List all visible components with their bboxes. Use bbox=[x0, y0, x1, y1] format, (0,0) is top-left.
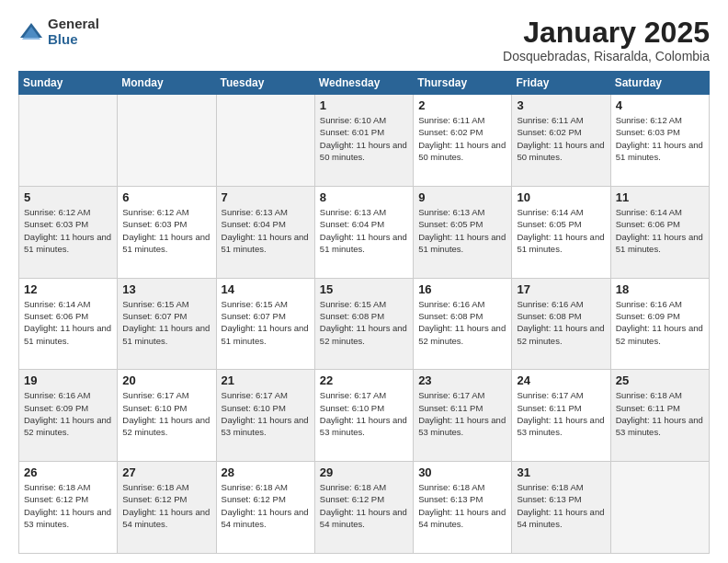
day-number: 26 bbox=[24, 465, 112, 479]
day-info: Sunrise: 6:16 AM Sunset: 6:09 PM Dayligh… bbox=[616, 298, 704, 347]
day-number: 25 bbox=[616, 373, 704, 387]
day-info: Sunrise: 6:18 AM Sunset: 6:12 PM Dayligh… bbox=[24, 481, 112, 530]
day-number: 1 bbox=[320, 98, 408, 112]
weekday-header: Monday bbox=[118, 72, 216, 95]
day-info: Sunrise: 6:16 AM Sunset: 6:08 PM Dayligh… bbox=[517, 298, 605, 347]
day-info: Sunrise: 6:18 AM Sunset: 6:12 PM Dayligh… bbox=[320, 481, 408, 530]
day-info: Sunrise: 6:17 AM Sunset: 6:11 PM Dayligh… bbox=[517, 389, 605, 438]
day-number: 6 bbox=[122, 190, 210, 204]
day-number: 18 bbox=[616, 282, 704, 296]
day-number: 9 bbox=[418, 190, 506, 204]
day-number: 10 bbox=[517, 190, 605, 204]
day-info: Sunrise: 6:12 AM Sunset: 6:03 PM Dayligh… bbox=[616, 114, 704, 163]
calendar-cell: 4Sunrise: 6:12 AM Sunset: 6:03 PM Daylig… bbox=[610, 95, 709, 187]
weekday-header: Thursday bbox=[414, 72, 512, 95]
day-info: Sunrise: 6:14 AM Sunset: 6:06 PM Dayligh… bbox=[616, 206, 704, 255]
day-info: Sunrise: 6:13 AM Sunset: 6:04 PM Dayligh… bbox=[222, 206, 310, 255]
weekday-header: Tuesday bbox=[216, 72, 314, 95]
calendar-cell: 2Sunrise: 6:11 AM Sunset: 6:02 PM Daylig… bbox=[414, 95, 512, 187]
calendar-cell: 15Sunrise: 6:15 AM Sunset: 6:08 PM Dayli… bbox=[314, 278, 413, 370]
calendar-cell: 1Sunrise: 6:10 AM Sunset: 6:01 PM Daylig… bbox=[314, 95, 413, 187]
weekday-header: Saturday bbox=[610, 72, 709, 95]
page: General Blue January 2025 Dosquebradas, … bbox=[0, 0, 728, 563]
calendar-cell: 22Sunrise: 6:17 AM Sunset: 6:10 PM Dayli… bbox=[314, 370, 413, 462]
calendar-table: SundayMondayTuesdayWednesdayThursdayFrid… bbox=[18, 71, 710, 554]
day-info: Sunrise: 6:10 AM Sunset: 6:01 PM Dayligh… bbox=[320, 114, 408, 163]
calendar-cell: 19Sunrise: 6:16 AM Sunset: 6:09 PM Dayli… bbox=[19, 370, 118, 462]
day-number: 7 bbox=[222, 190, 310, 204]
calendar-week-row: 1Sunrise: 6:10 AM Sunset: 6:01 PM Daylig… bbox=[19, 95, 710, 187]
calendar-cell: 29Sunrise: 6:18 AM Sunset: 6:12 PM Dayli… bbox=[314, 462, 413, 554]
day-info: Sunrise: 6:17 AM Sunset: 6:10 PM Dayligh… bbox=[222, 389, 310, 438]
calendar-cell: 31Sunrise: 6:18 AM Sunset: 6:13 PM Dayli… bbox=[512, 462, 610, 554]
day-number: 19 bbox=[24, 373, 112, 387]
calendar-cell: 11Sunrise: 6:14 AM Sunset: 6:06 PM Dayli… bbox=[610, 186, 709, 278]
day-info: Sunrise: 6:13 AM Sunset: 6:04 PM Dayligh… bbox=[320, 206, 408, 255]
calendar-cell: 10Sunrise: 6:14 AM Sunset: 6:05 PM Dayli… bbox=[512, 186, 610, 278]
calendar-cell: 18Sunrise: 6:16 AM Sunset: 6:09 PM Dayli… bbox=[610, 278, 709, 370]
day-number: 24 bbox=[517, 373, 605, 387]
logo-general-text: General bbox=[48, 17, 99, 32]
month-title: January 2025 bbox=[503, 17, 710, 49]
day-number: 31 bbox=[517, 465, 605, 479]
calendar-cell: 26Sunrise: 6:18 AM Sunset: 6:12 PM Dayli… bbox=[19, 462, 118, 554]
calendar-cell: 30Sunrise: 6:18 AM Sunset: 6:13 PM Dayli… bbox=[414, 462, 512, 554]
calendar-cell: 13Sunrise: 6:15 AM Sunset: 6:07 PM Dayli… bbox=[118, 278, 216, 370]
calendar-header-row: SundayMondayTuesdayWednesdayThursdayFrid… bbox=[19, 72, 710, 95]
calendar-cell: 28Sunrise: 6:18 AM Sunset: 6:12 PM Dayli… bbox=[216, 462, 314, 554]
calendar-cell: 3Sunrise: 6:11 AM Sunset: 6:02 PM Daylig… bbox=[512, 95, 610, 187]
day-info: Sunrise: 6:18 AM Sunset: 6:13 PM Dayligh… bbox=[517, 481, 605, 530]
day-info: Sunrise: 6:13 AM Sunset: 6:05 PM Dayligh… bbox=[418, 206, 506, 255]
location-subtitle: Dosquebradas, Risaralda, Colombia bbox=[503, 49, 710, 63]
calendar-cell: 14Sunrise: 6:15 AM Sunset: 6:07 PM Dayli… bbox=[216, 278, 314, 370]
calendar-cell: 21Sunrise: 6:17 AM Sunset: 6:10 PM Dayli… bbox=[216, 370, 314, 462]
day-number: 23 bbox=[418, 373, 506, 387]
day-number: 29 bbox=[320, 465, 408, 479]
logo-blue-text: Blue bbox=[48, 32, 99, 48]
day-number: 4 bbox=[616, 98, 704, 112]
calendar-cell: 23Sunrise: 6:17 AM Sunset: 6:11 PM Dayli… bbox=[414, 370, 512, 462]
day-number: 5 bbox=[24, 190, 112, 204]
day-info: Sunrise: 6:18 AM Sunset: 6:12 PM Dayligh… bbox=[122, 481, 210, 530]
logo-text: General Blue bbox=[48, 17, 99, 47]
day-info: Sunrise: 6:14 AM Sunset: 6:06 PM Dayligh… bbox=[24, 298, 112, 347]
day-number: 28 bbox=[222, 465, 310, 479]
day-number: 27 bbox=[122, 465, 210, 479]
calendar-cell: 16Sunrise: 6:16 AM Sunset: 6:08 PM Dayli… bbox=[414, 278, 512, 370]
title-section: January 2025 Dosquebradas, Risaralda, Co… bbox=[503, 17, 710, 63]
day-info: Sunrise: 6:16 AM Sunset: 6:08 PM Dayligh… bbox=[418, 298, 506, 347]
day-number: 11 bbox=[616, 190, 704, 204]
day-info: Sunrise: 6:18 AM Sunset: 6:11 PM Dayligh… bbox=[616, 389, 704, 438]
day-info: Sunrise: 6:17 AM Sunset: 6:10 PM Dayligh… bbox=[320, 389, 408, 438]
logo-icon bbox=[18, 19, 44, 45]
weekday-header: Wednesday bbox=[314, 72, 413, 95]
day-number: 30 bbox=[418, 465, 506, 479]
calendar-cell: 17Sunrise: 6:16 AM Sunset: 6:08 PM Dayli… bbox=[512, 278, 610, 370]
day-info: Sunrise: 6:17 AM Sunset: 6:11 PM Dayligh… bbox=[418, 389, 506, 438]
calendar-cell: 6Sunrise: 6:12 AM Sunset: 6:03 PM Daylig… bbox=[118, 186, 216, 278]
day-info: Sunrise: 6:11 AM Sunset: 6:02 PM Dayligh… bbox=[418, 114, 506, 163]
day-number: 17 bbox=[517, 282, 605, 296]
day-info: Sunrise: 6:11 AM Sunset: 6:02 PM Dayligh… bbox=[517, 114, 605, 163]
calendar-cell bbox=[19, 95, 118, 187]
day-number: 2 bbox=[418, 98, 506, 112]
calendar-cell: 27Sunrise: 6:18 AM Sunset: 6:12 PM Dayli… bbox=[118, 462, 216, 554]
day-info: Sunrise: 6:15 AM Sunset: 6:08 PM Dayligh… bbox=[320, 298, 408, 347]
calendar-cell: 7Sunrise: 6:13 AM Sunset: 6:04 PM Daylig… bbox=[216, 186, 314, 278]
calendar-cell: 24Sunrise: 6:17 AM Sunset: 6:11 PM Dayli… bbox=[512, 370, 610, 462]
day-info: Sunrise: 6:12 AM Sunset: 6:03 PM Dayligh… bbox=[24, 206, 112, 255]
day-number: 15 bbox=[320, 282, 408, 296]
weekday-header: Friday bbox=[512, 72, 610, 95]
day-info: Sunrise: 6:12 AM Sunset: 6:03 PM Dayligh… bbox=[122, 206, 210, 255]
day-number: 8 bbox=[320, 190, 408, 204]
calendar-cell: 20Sunrise: 6:17 AM Sunset: 6:10 PM Dayli… bbox=[118, 370, 216, 462]
day-number: 14 bbox=[222, 282, 310, 296]
calendar-cell: 25Sunrise: 6:18 AM Sunset: 6:11 PM Dayli… bbox=[610, 370, 709, 462]
top-section: General Blue January 2025 Dosquebradas, … bbox=[18, 17, 710, 63]
day-info: Sunrise: 6:18 AM Sunset: 6:13 PM Dayligh… bbox=[418, 481, 506, 530]
day-info: Sunrise: 6:15 AM Sunset: 6:07 PM Dayligh… bbox=[222, 298, 310, 347]
calendar-week-row: 26Sunrise: 6:18 AM Sunset: 6:12 PM Dayli… bbox=[19, 462, 710, 554]
weekday-header: Sunday bbox=[19, 72, 118, 95]
day-info: Sunrise: 6:14 AM Sunset: 6:05 PM Dayligh… bbox=[517, 206, 605, 255]
day-number: 22 bbox=[320, 373, 408, 387]
